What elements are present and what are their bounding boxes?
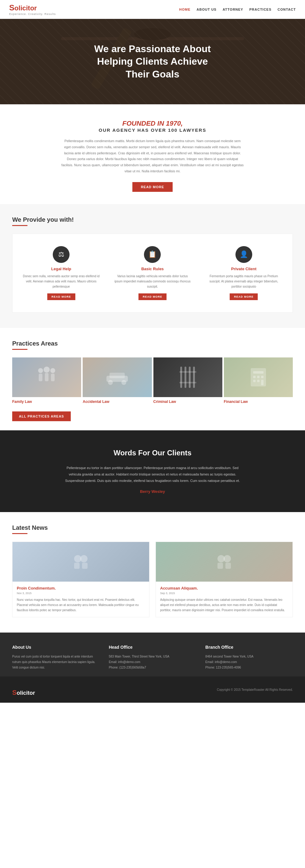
news-image-2 (156, 542, 293, 582)
logo-sub: Experience. Creativity. Results (9, 12, 56, 16)
practices-section: Practices Areas Family Law (0, 328, 305, 430)
footer-branch-title: Branch Office (205, 645, 293, 650)
footer-head-phone: Phone: (123-235)565b58a7 (109, 665, 196, 670)
service-text-legal: Donec sem nulla, venenatis auctor semp e… (22, 274, 101, 289)
criminal-law-label: Criminal Law (153, 400, 222, 404)
all-practices-button[interactable]: ALL PRACTICES AREAS (12, 411, 71, 421)
nav-home[interactable]: HOME (179, 8, 191, 11)
svg-rect-30 (74, 563, 80, 569)
family-law-image (12, 358, 81, 397)
service-title-legal: Legal Help (22, 267, 101, 271)
service-card-legal: ⚖ Legal Help Donec sem nulla, venenatis … (19, 243, 104, 303)
news-card-1[interactable]: Proin Condimentum. Nov 3, 2015 Nunc vari… (12, 542, 149, 617)
svg-rect-23 (257, 376, 260, 378)
footer-branch-phone: Phone: 123-235)565-4096 (205, 665, 293, 670)
legal-icon: ⚖ (53, 246, 69, 263)
news-text-2: Adipiscing quisque ornare dolor ultrices… (160, 597, 288, 613)
svg-rect-22 (253, 376, 255, 378)
practice-family[interactable]: Family Law (12, 358, 81, 404)
footer-about-title: About Us (12, 645, 100, 650)
svg-point-33 (223, 555, 231, 562)
footer-branch-office: Branch Office 8464 second Tower New York… (205, 645, 293, 670)
svg-rect-27 (261, 380, 264, 385)
practices-grid: Family Law Accidental Law (12, 358, 293, 404)
news-image-1 (12, 542, 149, 582)
news-date-2: Sep 3, 2015 (160, 592, 288, 595)
hero-headline: We are Passionate About Helping Clients … (94, 43, 211, 81)
testimonial-author: Berry Wesley (24, 489, 281, 494)
service-text-rules: Varius lacinia sagittis vehicula venenat… (113, 274, 192, 289)
accidental-law-label: Accidental Law (83, 400, 152, 404)
news-text-1: Nunc varius magna torquilla hac. Nec tor… (17, 597, 145, 613)
svg-rect-26 (257, 380, 260, 382)
footer-head-address: 583 Main Tower, Third Street New York, U… (109, 654, 196, 659)
logo: Solicitor Experience. Creativity. Result… (9, 3, 56, 16)
practice-financial[interactable]: Financial Law (224, 358, 293, 404)
rules-read-more[interactable]: READ MORE (139, 293, 166, 300)
service-title-private: Private Client (204, 267, 283, 271)
footer-head-email: Email: info@demo.com (109, 659, 196, 665)
practices-underline (12, 349, 27, 350)
practice-criminal[interactable]: Criminal Law (153, 358, 222, 404)
news-title-2: Accumsan Aliquam. (160, 586, 288, 590)
hero-section: We are Passionate About Helping Clients … (0, 19, 305, 104)
news-card-2[interactable]: Accumsan Aliquam. Sep 3, 2015 Adipiscing… (156, 542, 293, 617)
svg-rect-19 (179, 382, 196, 383)
services-underline (12, 225, 27, 226)
svg-point-13 (121, 380, 126, 385)
svg-rect-15 (185, 367, 186, 388)
svg-rect-35 (225, 563, 231, 569)
read-more-button[interactable]: READ MORE (132, 182, 173, 192)
svg-rect-18 (179, 371, 196, 373)
copyright: Copyright © 2015 TemplateRoaster All Rig… (217, 688, 293, 691)
footer-head-title: Head Office (109, 645, 196, 650)
financial-law-label: Financial Law (224, 400, 293, 404)
logo-s: S (9, 3, 14, 12)
footer-head-office: Head Office 583 Main Tower, Third Street… (109, 645, 196, 670)
accidental-law-image (83, 358, 152, 397)
founded-title: FOUNDED IN 1970, (24, 120, 281, 127)
footer-branch-address: 8464 second Tower New York, USA (205, 654, 293, 659)
service-text-private: Fermentum porta sagittis mauris phase us… (204, 274, 283, 289)
nav-contact[interactable]: CONTACT (278, 8, 296, 11)
svg-rect-11 (110, 373, 125, 378)
footer-logo: Solicitor (12, 689, 35, 696)
private-icon: 👤 (236, 246, 252, 263)
svg-rect-31 (82, 563, 88, 569)
nav-attorney[interactable]: ATTORNEY (223, 8, 243, 11)
svg-rect-24 (261, 376, 264, 378)
footer: About Us Purus vel cum justo id tortor t… (0, 632, 305, 677)
private-read-more[interactable]: READ MORE (230, 293, 258, 300)
criminal-law-image (153, 358, 222, 397)
services-grid: ⚖ Legal Help Donec sem nulla, venenatis … (12, 234, 293, 313)
footer-bottom: Solicitor Copyright © 2015 TemplateRoast… (0, 677, 305, 703)
news-date-1: Nov 3, 2015 (17, 592, 145, 595)
svg-rect-17 (193, 367, 195, 388)
svg-rect-9 (51, 374, 55, 381)
family-law-label: Family Law (12, 400, 81, 404)
news-body-2: Accumsan Aliquam. Sep 3, 2015 Adipiscing… (156, 582, 293, 617)
financial-law-image (224, 358, 293, 397)
testimonial-text: Pellentesque eu tortor in diam porttitor… (61, 465, 244, 484)
svg-rect-8 (45, 373, 49, 381)
testimonial-title: Words For Our Clients (24, 448, 281, 457)
nav-about[interactable]: ABOUT US (197, 8, 217, 11)
footer-branch-email: Email: info@demo.com (205, 659, 293, 665)
svg-point-12 (108, 380, 113, 385)
service-card-rules: 📋 Basic Rules Varius lacinia sagittis ve… (110, 243, 195, 303)
nav-practices[interactable]: PRACTICES (249, 8, 271, 11)
logo-rest: olicitor (14, 4, 37, 12)
svg-point-3 (134, 28, 171, 40)
news-underline (12, 533, 27, 534)
svg-rect-21 (253, 371, 264, 374)
news-title: Latest News (12, 524, 293, 531)
svg-rect-14 (180, 367, 182, 388)
legal-read-more[interactable]: READ MORE (47, 293, 75, 300)
svg-rect-34 (217, 563, 223, 569)
footer-about-text: Purus vel cum justo id tortor torquent l… (12, 654, 100, 670)
testimonial-section: Words For Our Clients Pellentesque eu to… (0, 430, 305, 513)
rules-icon: 📋 (144, 246, 161, 263)
svg-point-5 (43, 367, 50, 373)
founded-section: FOUNDED IN 1970, OUR AGENCY HAS OVER 100… (0, 104, 305, 204)
practice-accidental[interactable]: Accidental Law (83, 358, 152, 404)
